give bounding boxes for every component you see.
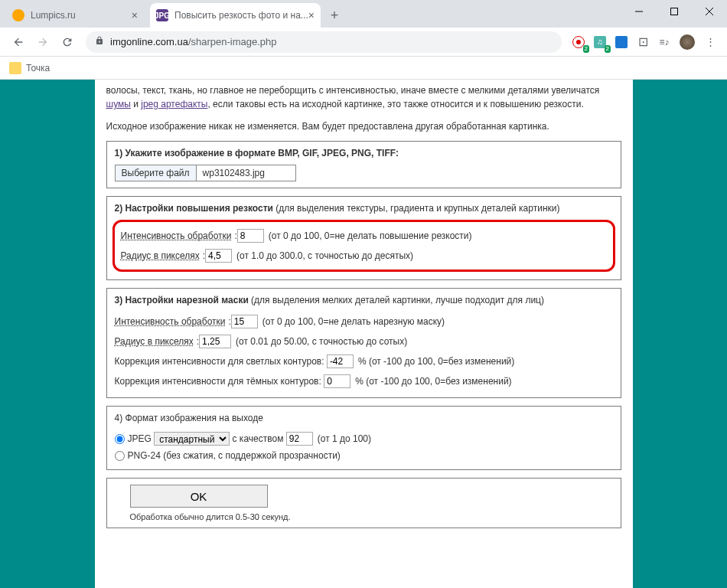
dark-correction-hint: % (от -100 до 100, 0=без изменений)	[355, 376, 511, 387]
mask-radius-hint: (от 0.01 до 50.00, с точностью до сотых)	[236, 336, 407, 347]
reload-button[interactable]	[57, 31, 78, 53]
sharpen-intensity-input[interactable]	[237, 229, 264, 243]
step2-title: 2) Настройки повышения резкости	[115, 203, 273, 214]
link-noise[interactable]: шумы	[106, 99, 131, 109]
row-jpeg-option: JPEG стандартный с качеством (от 1 до 10…	[115, 430, 613, 448]
row-png-option: PNG-24 (без сжатия, с поддержкой прозрач…	[115, 448, 613, 463]
bookmark-label: Точка	[26, 63, 50, 74]
page-viewport: волосы, текст, ткань, но главное не пере…	[0, 80, 727, 588]
jpeg-type-select[interactable]: стандартный	[154, 432, 230, 446]
row-light-correction: Коррекция интенсивности для светлых конт…	[115, 351, 613, 371]
step1-title: 1) Укажите изображение в формате BMP, GI…	[115, 148, 399, 158]
jpeg-label: JPEG	[128, 433, 152, 444]
intro-note: Исходное изображение никак не изменяется…	[106, 115, 621, 141]
file-choose-button[interactable]: Выберите файл	[116, 165, 197, 181]
row-sharpen-intensity: Интенсивность обработки: (от 0 до 100, 0…	[121, 226, 607, 246]
step4-title: 4) Формат изображения на выходе	[115, 413, 613, 423]
window-controls	[621, 0, 727, 23]
link-jpeg-artifacts[interactable]: jpeg артефакты	[141, 99, 207, 109]
bookmarks-bar: Точка	[0, 57, 727, 80]
row-dark-correction: Коррекция интенсивности для тёмных конту…	[115, 371, 613, 391]
jpeg-quality-label: с качеством	[233, 433, 284, 444]
ok-button[interactable]: OK	[130, 485, 268, 508]
blocked-count-badge: 2	[583, 45, 589, 53]
mask-radius-input[interactable]	[199, 335, 231, 348]
png-radio[interactable]	[115, 451, 125, 461]
intro-tail: , если таковы есть на исходной картинке,…	[207, 99, 583, 109]
browser-tab-lumpics[interactable]: Lumpics.ru ×	[6, 3, 144, 28]
page-content: волосы, текст, ткань, но главное не пере…	[95, 80, 633, 588]
section-submit: OK Обработка обычно длится 0.5-30 секунд…	[106, 478, 621, 528]
favicon-lumpics	[12, 9, 24, 21]
browser-toolbar: imgonline.com.ua/sharpen-image.php 2 ♫ 2…	[0, 28, 727, 57]
intensity-label: Интенсивность обработки	[121, 230, 232, 241]
jpeg-quality-input[interactable]	[286, 432, 313, 446]
mask-intensity-label: Интенсивность обработки	[115, 316, 226, 327]
mask-radius-label: Радиус в пикселях	[115, 336, 194, 347]
close-tab-icon[interactable]: ×	[308, 9, 315, 21]
section-output-format: 4) Формат изображения на выходе JPEG ста…	[106, 406, 621, 470]
browser-menu-button[interactable]: ⋮	[699, 31, 721, 53]
url-host: imgonline.com.ua	[110, 36, 188, 47]
section-file-select: 1) Укажите изображение в формате BMP, GI…	[106, 141, 621, 188]
light-correction-hint: % (от -100 до 100, 0=без изменений)	[358, 356, 514, 367]
forward-button[interactable]	[32, 31, 54, 53]
intro-paragraph: волосы, текст, ткань, но главное не пере…	[106, 80, 621, 115]
address-bar[interactable]: imgonline.com.ua/sharpen-image.php	[86, 31, 562, 53]
reading-list-icon[interactable]: ≡♪	[655, 33, 673, 51]
maximize-button[interactable]	[657, 0, 692, 23]
sharpen-radius-input[interactable]	[205, 249, 232, 263]
light-correction-label: Коррекция интенсивности для светлых конт…	[115, 356, 324, 367]
intro-and: и	[131, 99, 141, 109]
browser-titlebar: Lumpics.ru × JPG Повысить резкость фото …	[0, 0, 727, 28]
lock-icon	[95, 36, 104, 47]
section-sharpen-settings: 2) Настройки повышения резкости (для выд…	[106, 196, 621, 280]
light-correction-input[interactable]	[327, 354, 354, 368]
row-mask-intensity: Интенсивность обработки: (от 0 до 100, 0…	[115, 312, 613, 332]
extension-generic-icon[interactable]: ⊡	[634, 33, 652, 51]
jpeg-quality-hint: (от 1 до 100)	[318, 433, 371, 444]
intro-text-fragment: волосы, текст, ткань, но главное не пере…	[106, 85, 600, 96]
file-input[interactable]: Выберите файл wp3102483.jpg	[115, 165, 296, 181]
extension-blue-icon[interactable]	[612, 33, 631, 51]
browser-tab-imgonline[interactable]: JPG Повысить резкость фото и на... ×	[150, 3, 321, 28]
mask-intensity-input[interactable]	[231, 315, 258, 328]
intensity-hint: (от 0 до 100, 0=не делать повышение резк…	[269, 230, 472, 241]
step3-subtitle: (для выделения мелких деталей картинки, …	[249, 295, 544, 305]
row-sharpen-radius: Радиус в пикселях: (от 1.0 до 300.0, с т…	[121, 246, 607, 266]
png-label: PNG-24 (без сжатия, с поддержкой прозрач…	[128, 450, 341, 461]
processing-note: Обработка обычно длится 0.5-30 секунд.	[130, 512, 613, 521]
extension-music-icon[interactable]: ♫ 2	[591, 33, 609, 51]
bookmark-tochka[interactable]: Точка	[9, 62, 50, 74]
svg-rect-1	[671, 8, 678, 15]
step3-title: 3) Настройки нарезной маски	[115, 295, 249, 305]
row-mask-radius: Радиус в пикселях: (от 0.01 до 50.00, с …	[115, 332, 613, 351]
close-window-button[interactable]	[692, 0, 727, 23]
tab-title: Lumpics.ru	[31, 10, 76, 21]
radius-label: Радиус в пикселях	[121, 250, 200, 261]
close-tab-icon[interactable]: ×	[132, 9, 138, 21]
url-path: /sharpen-image.php	[188, 36, 277, 47]
profile-avatar[interactable]	[680, 34, 695, 50]
jpeg-radio[interactable]	[115, 434, 125, 444]
back-button[interactable]	[8, 31, 29, 53]
dark-correction-input[interactable]	[324, 374, 350, 388]
highlighted-settings: Интенсивность обработки: (от 0 до 100, 0…	[112, 220, 615, 272]
minimize-button[interactable]	[621, 0, 657, 23]
dark-correction-label: Коррекция интенсивности для тёмных конту…	[115, 376, 321, 387]
favicon-imgonline: JPG	[156, 9, 168, 21]
tab-title: Повысить резкость фото и на...	[174, 10, 308, 21]
folder-icon	[9, 62, 21, 74]
mask-intensity-hint: (от 0 до 100, 0=не делать нарезную маску…	[262, 316, 445, 327]
section-unsharp-mask: 3) Настройки нарезной маски (для выделен…	[106, 288, 621, 398]
new-tab-button[interactable]: +	[324, 5, 345, 26]
extension-adblock-icon[interactable]: 2	[569, 33, 588, 51]
step2-subtitle: (для выделения текстуры, градиента и кру…	[273, 203, 560, 214]
music-badge: 2	[605, 45, 611, 53]
selected-filename: wp3102483.jpg	[197, 165, 295, 181]
radius-hint: (от 1.0 до 300.0, с точностью до десятых…	[236, 250, 413, 261]
